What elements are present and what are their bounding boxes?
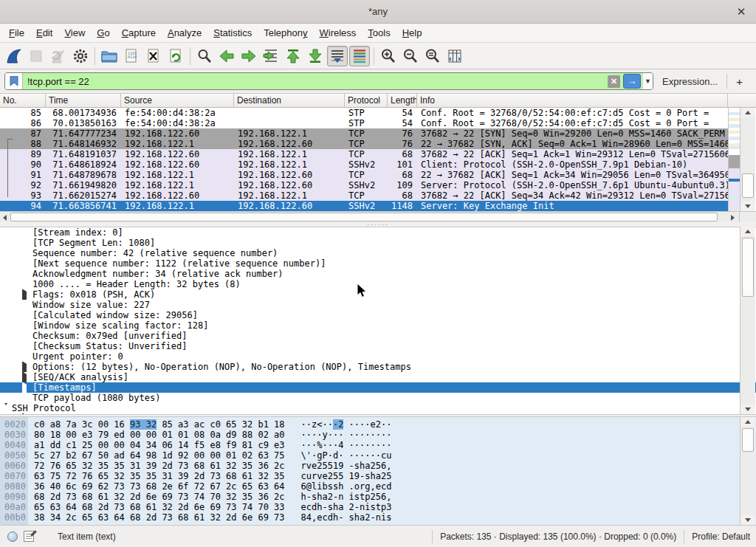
hex-row[interactable]: 006072 76 65 32 35 35 31 39 2d 73 68 61 … <box>0 461 756 471</box>
hex-bytes[interactable]: 5c 27 b2 67 50 ad 64 98 1d 92 00 00 01 0… <box>34 450 285 461</box>
capture-comment-icon[interactable] <box>24 531 34 542</box>
zoom-out-icon[interactable] <box>400 46 421 66</box>
capture-options-icon[interactable] <box>70 46 91 66</box>
detail-row[interactable]: Flags: 0x018 (PSH, ACK) <box>0 289 756 300</box>
hex-bytes[interactable]: a1 dd c1 25 00 00 04 34 06 14 f5 e8 f9 8… <box>34 440 285 450</box>
hex-bytes[interactable]: 80 18 00 e3 79 ed 00 00 01 01 08 0a d9 8… <box>34 430 285 440</box>
expert-info-icon[interactable] <box>7 531 18 542</box>
packet-row-91[interactable]: 9171.648789678192.168.122.1192.168.122.6… <box>0 170 728 180</box>
open-file-icon[interactable] <box>99 46 120 66</box>
scroll-up-icon[interactable] <box>740 227 755 236</box>
packet-list-scroll-thumb[interactable] <box>742 173 754 198</box>
detail-row[interactable]: Urgent pointer: 0 <box>0 351 756 362</box>
hex-ascii[interactable]: \'·gP·d· ······cu <box>301 450 392 461</box>
detail-row[interactable]: Window size value: 227 <box>0 300 756 310</box>
detail-row[interactable]: Checksum: 0x79ed [unverified] <box>0 331 756 341</box>
hex-row[interactable]: 007063 75 72 76 65 32 35 35 31 39 2d 73 … <box>0 471 756 481</box>
profile-status[interactable]: Profile: Default <box>692 531 750 542</box>
hex-bytes[interactable]: 63 75 72 76 65 32 35 35 31 39 2d 73 68 6… <box>34 471 285 481</box>
close-icon[interactable]: ✕ <box>734 4 749 19</box>
detail-row[interactable]: SSH Protocol <box>0 403 756 413</box>
packet-row-88[interactable]: 8871.648146932192.168.122.1192.168.122.6… <box>0 139 728 149</box>
hex-row[interactable]: 00505c 27 b2 67 50 ad 64 98 1d 92 00 00 … <box>0 450 756 461</box>
hex-ascii[interactable]: ····y··· ········ <box>301 430 392 440</box>
detail-row[interactable]: Acknowledgment number: 34 (relative ack … <box>0 269 756 279</box>
resize-columns-icon[interactable] <box>444 46 465 66</box>
find-packet-icon[interactable] <box>194 46 215 66</box>
hex-ascii[interactable]: curve255 19-sha25 <box>301 471 392 481</box>
detail-row[interactable]: [Stream index: 0] <box>0 227 756 238</box>
menu-tools[interactable]: Tools <box>362 25 396 41</box>
menu-help[interactable]: Help <box>396 25 428 41</box>
scroll-down-icon[interactable] <box>740 202 755 211</box>
save-file-icon[interactable]: 11010110 <box>121 46 142 66</box>
packet-row-93[interactable]: 9371.662015274192.168.122.60192.168.122.… <box>0 190 728 201</box>
clear-filter-icon[interactable]: ✕ <box>608 75 620 88</box>
hex-row[interactable]: 0040a1 dd c1 25 00 00 04 34 06 14 f5 e8 … <box>0 440 756 450</box>
expander-closed-icon[interactable] <box>22 292 27 300</box>
menu-capture[interactable]: Capture <box>116 25 162 41</box>
expression-button[interactable]: Expression... <box>653 76 726 87</box>
filter-history-caret-icon[interactable]: ▼ <box>642 73 653 89</box>
hex-row[interactable]: 008036 40 6c 69 62 73 73 68 2e 6f 72 67 … <box>0 481 756 492</box>
detail-row[interactable]: [SEQ/ACK analysis] <box>0 372 756 382</box>
packet-list-vscrollbar[interactable] <box>740 108 755 211</box>
display-filter-field[interactable]: !tcp.port == 22 ✕ → ▼ <box>4 72 653 90</box>
zoom-in-icon[interactable] <box>378 46 399 66</box>
hex-row[interactable]: 009068 2d 73 68 61 32 2d 6e 69 73 74 70 … <box>0 492 756 502</box>
detail-row[interactable]: Options: (12 bytes), No-Operation (NOP),… <box>0 362 756 372</box>
go-next-packet-icon[interactable] <box>238 46 259 66</box>
hex-bytes[interactable]: 65 63 64 68 2d 73 68 61 32 2d 6e 69 73 7… <box>34 502 285 512</box>
column-header-no[interactable]: No. <box>0 94 46 107</box>
scroll-up-icon[interactable] <box>740 417 755 427</box>
detail-row[interactable]: [TCP Segment Len: 1080] <box>0 238 756 248</box>
zoom-reset-icon[interactable] <box>422 46 443 66</box>
display-filter-input[interactable]: !tcp.port == 22 <box>23 73 608 89</box>
hex-vscrollbar[interactable] <box>740 417 755 525</box>
detail-row[interactable]: [Window size scaling factor: 128] <box>0 320 756 331</box>
packet-list-hscroll-thumb[interactable] <box>10 213 718 221</box>
bookmark-icon[interactable] <box>5 73 23 89</box>
detail-row[interactable]: [Calculated window size: 29056] <box>0 310 756 320</box>
expander-closed-icon[interactable] <box>22 364 27 372</box>
hex-bytes[interactable]: 72 76 65 32 35 35 31 39 2d 73 68 61 32 3… <box>34 461 285 471</box>
detail-row[interactable]: [Checksum Status: Unverified] <box>0 341 756 351</box>
hex-row[interactable]: 00a065 63 64 68 2d 73 68 61 32 2d 6e 69 … <box>0 502 756 512</box>
packet-row-94[interactable]: 9471.663856741192.168.122.1192.168.122.6… <box>0 201 728 211</box>
scroll-up-icon[interactable] <box>740 108 755 117</box>
add-filter-button[interactable]: + <box>727 75 752 88</box>
intelligent-scrollbar-minimap[interactable] <box>728 108 740 211</box>
detail-row[interactable]: [Timestamps] <box>0 382 756 393</box>
hex-bytes[interactable]: 36 40 6c 69 62 73 73 68 2e 6f 72 67 2c 6… <box>34 481 285 492</box>
column-header-destination[interactable]: Destination <box>234 94 345 107</box>
packet-row-87[interactable]: 8771.647777234192.168.122.60192.168.122.… <box>0 128 728 139</box>
menu-wireless[interactable]: Wireless <box>314 25 362 41</box>
column-header-info[interactable]: Info <box>417 94 728 107</box>
details-scroll-thumb[interactable] <box>742 238 754 297</box>
hex-row[interactable]: 00b038 34 2c 65 63 64 68 2d 73 68 61 32 … <box>0 512 756 523</box>
scroll-right-icon[interactable] <box>728 213 738 222</box>
hex-ascii[interactable]: ··z<···2 ····e2·· <box>301 419 392 430</box>
hex-ascii[interactable]: 6@libssh .org,ecd <box>301 481 392 492</box>
go-last-packet-icon[interactable] <box>305 46 326 66</box>
hex-scroll-thumb[interactable] <box>742 428 754 452</box>
detail-row[interactable]: TCP payload (1080 bytes) <box>0 393 756 403</box>
reload-file-icon[interactable] <box>165 46 186 66</box>
packet-row-89[interactable]: 8971.648191037192.168.122.60192.168.122.… <box>0 149 728 159</box>
packet-row-85[interactable]: 8568.001734936fe:54:00:d4:38:2aSTP54Conf… <box>0 108 728 118</box>
menu-file[interactable]: File <box>3 25 30 41</box>
column-header-time[interactable]: Time <box>46 94 121 107</box>
detail-row[interactable]: Sequence number: 42 (relative sequence n… <box>0 248 756 258</box>
scroll-down-icon[interactable] <box>740 515 755 525</box>
hex-ascii[interactable]: ecdh-sha 2-nistp3 <box>301 502 392 512</box>
apply-filter-icon[interactable]: → <box>623 74 641 89</box>
colorize-packets-icon[interactable] <box>349 46 370 66</box>
packet-row-90[interactable]: 9071.648618924192.168.122.60192.168.122.… <box>0 159 728 170</box>
scroll-down-icon[interactable] <box>740 405 755 414</box>
go-first-packet-icon[interactable] <box>283 46 303 66</box>
expander-closed-icon[interactable] <box>22 385 27 393</box>
hex-bytes[interactable]: 38 34 2c 65 63 64 68 2d 73 68 61 32 2d 6… <box>34 512 285 523</box>
menu-view[interactable]: View <box>58 25 91 41</box>
expander-open-icon[interactable] <box>3 405 9 413</box>
detail-row[interactable]: 1000 .... = Header Length: 32 bytes (8) <box>0 279 756 289</box>
